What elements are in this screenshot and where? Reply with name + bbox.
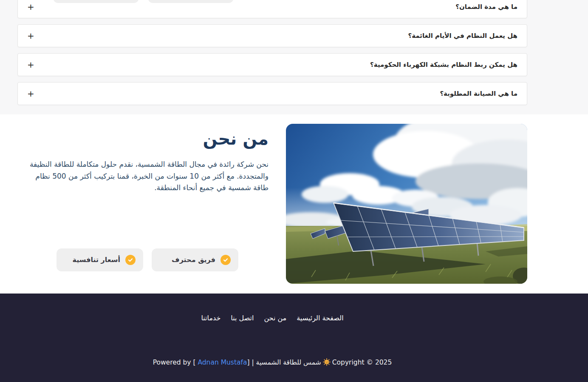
faq-question: ما هي مدة الضمان؟ bbox=[455, 3, 517, 11]
faq-item-maintenance[interactable]: ما هي الصيانة المطلوبة؟ + bbox=[17, 82, 527, 105]
plus-icon[interactable]: + bbox=[27, 31, 34, 40]
feature-label: أسعار تنافسية bbox=[72, 256, 120, 264]
plus-icon[interactable]: + bbox=[27, 3, 34, 11]
footer: الصفحة الرئيسية من نحن اتصل بنا خدماتنا … bbox=[0, 294, 588, 382]
check-icon bbox=[220, 255, 231, 265]
faq-item-cloudy-days[interactable]: هل يعمل النظام في الأيام الغائمة؟ + bbox=[17, 24, 527, 47]
credit-line: Powered by [ Adnan Mustafa] | شمس للطاقة… bbox=[17, 358, 527, 368]
plus-icon[interactable]: + bbox=[27, 60, 34, 69]
powered-by-text: Powered by [ bbox=[153, 359, 198, 366]
brand-name: شمس للطاقة الشمسية bbox=[256, 359, 321, 366]
feature-chip-competitive-prices: أسعار تنافسية bbox=[57, 248, 143, 271]
sun-emoji-icon bbox=[323, 358, 331, 368]
page-root: ما هي مدة الضمان؟ + هل يعمل النظام في ال… bbox=[0, 0, 588, 382]
cutoff-feature-chip-2 bbox=[148, 0, 234, 3]
about-text-column: من نحن نحن شركة رائدة في مجال الطاقة الش… bbox=[22, 124, 269, 284]
about-section: من نحن نحن شركة رائدة في مجال الطاقة الش… bbox=[0, 114, 588, 294]
powered-by-suffix: ] | bbox=[247, 359, 256, 366]
feature-chip-professional-team: فريق محترف bbox=[152, 248, 238, 271]
footer-link-services[interactable]: خدماتنا bbox=[201, 314, 220, 322]
check-icon bbox=[125, 255, 136, 265]
about-features: فريق محترف أسعار تنافسية bbox=[22, 248, 269, 271]
footer-link-home[interactable]: الصفحة الرئيسية bbox=[297, 314, 343, 322]
author-link[interactable]: Adnan Mustafa bbox=[198, 359, 247, 366]
feature-label: فريق محترف bbox=[172, 256, 215, 264]
faq-item-grid-connection[interactable]: هل يمكن ربط النظام بشبكة الكهرباء الحكوم… bbox=[17, 53, 527, 76]
copyright-text: Copyright © 2025 bbox=[332, 359, 392, 366]
faq-question: ما هي الصيانة المطلوبة؟ bbox=[440, 90, 517, 97]
footer-link-contact[interactable]: اتصل بنا bbox=[231, 314, 254, 322]
faq-section: ما هي مدة الضمان؟ + هل يعمل النظام في ال… bbox=[0, 0, 588, 114]
footer-link-about[interactable]: من نحن bbox=[264, 314, 286, 322]
faq-question: هل يمكن ربط النظام بشبكة الكهرباء الحكوم… bbox=[370, 61, 517, 68]
about-title: من نحن bbox=[22, 129, 269, 148]
cutoff-feature-chip-1 bbox=[53, 0, 139, 3]
footer-nav: الصفحة الرئيسية من نحن اتصل بنا خدماتنا bbox=[17, 294, 527, 322]
about-description: نحن شركة رائدة في مجال الطاقة الشمسية، ن… bbox=[22, 159, 269, 194]
faq-question: هل يعمل النظام في الأيام الغائمة؟ bbox=[408, 32, 517, 40]
solar-panels-photo bbox=[286, 124, 527, 284]
plus-icon[interactable]: + bbox=[27, 89, 34, 98]
